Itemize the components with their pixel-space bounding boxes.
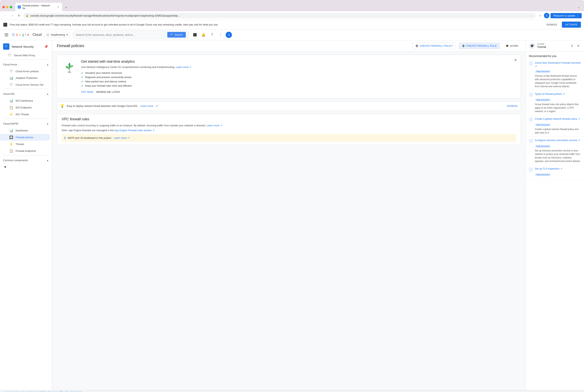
profile-button[interactable]: S — [544, 13, 549, 18]
tutorial-item-doc-icon-1: 📄 — [529, 62, 533, 66]
create-firewall-rule-button[interactable]: ➕ CREATE FIREWALL RULE — [459, 43, 500, 49]
user-avatar[interactable]: S — [226, 32, 232, 38]
tutorial-item-header-1: 📄 Cloud Next Generation Firewall overvie… — [529, 61, 581, 68]
tutorial-item-doc-icon-2: 📄 — [529, 93, 533, 96]
status-bar: console.cloud.google.com/net-security/fi… — [0, 390, 584, 392]
browser-tabs: G Firewall policies – Network Se... ✕ + — [15, 3, 575, 11]
minimize-window-button[interactable] — [6, 6, 8, 8]
relaunch-label: Relaunch to update — [553, 14, 575, 17]
cloud-ngfw-section-header[interactable]: Cloud NGFW ▲ — [3, 121, 49, 126]
info-card-description-text: Use Network Intelligence Center for comp… — [81, 66, 175, 68]
page-content: Firewall policies ➕ CREATE FIREWALL POLI… — [52, 40, 526, 390]
cloud-armor-policies-icon: 🛡 — [9, 70, 13, 73]
sidebar-item-ids-threats[interactable]: ⚡ IDS Threats — [0, 111, 50, 118]
ids-banner-dismiss-button[interactable]: DISMISS — [507, 104, 518, 108]
notifications-button[interactable]: 🔔 — [200, 31, 207, 38]
tutorial-item-link-1[interactable]: Cloud Next Generation Firewall overview … — [535, 61, 581, 68]
sidebar-label-firewall-policies: Firewall policies — [15, 136, 33, 139]
sidebar-item-cloud-armor-policies[interactable]: 🛡 Cloud Armor policies — [0, 68, 50, 74]
sidebar-item-secure-web-proxy[interactable]: 🛡 Secure Web Proxy — [0, 52, 50, 58]
tutorial-item-doc-icon-5: 📄 — [529, 168, 533, 171]
sidebar-label-adaptive-protection: Adaptive Protection — [15, 76, 37, 80]
project-selector[interactable]: ⬜ StayBooking ▾ — [44, 32, 70, 38]
search-input[interactable] — [76, 33, 166, 36]
tutorial-item-link-5[interactable]: Set up TLS inspection ↗ — [535, 167, 563, 170]
sidebar-item-firewall-endpoints[interactable]: 📋 Firewall endpoints — [0, 148, 50, 154]
divider-cloud-armor — [3, 59, 49, 60]
checklist: ✔ Visualize your network resources ✔ Dia… — [81, 72, 516, 88]
app-engine-firewall-link[interactable]: App Engine Firewall rules section ↗ — [114, 129, 154, 132]
common-components-section-header[interactable]: Common components ▲ — [3, 158, 49, 163]
cloud-shell-button[interactable]: ⬛ — [191, 31, 198, 38]
sidebar-item-firewall-policies[interactable]: 🔲 Firewall policies — [0, 134, 50, 141]
divider-cloud-ids — [3, 89, 49, 89]
ids-banner-bulb-icon: 💡 — [60, 104, 64, 108]
sidebar-item-ids-dashboard[interactable]: 📊 IDS Dashboard — [0, 97, 50, 104]
sidebar-item-dashboard[interactable]: 📊 Dashboard — [0, 127, 50, 134]
new-tab-button[interactable]: + — [63, 4, 70, 11]
create-rule-label: CREATE FIREWALL RULE — [466, 44, 497, 47]
vpc-learn-more-link[interactable]: Learn more ↗ — [207, 124, 222, 127]
tutorial-close-button[interactable]: ✕ — [576, 43, 581, 48]
sidebar-item-adaptive-protection[interactable]: 📊 Adaptive Protection — [0, 74, 50, 81]
close-window-button[interactable] — [2, 6, 5, 8]
smtp-learn-more-link[interactable]: Learn more ↗ — [114, 136, 129, 139]
refresh-button[interactable]: ↻ — [16, 13, 22, 18]
maximize-window-button[interactable] — [10, 6, 12, 8]
bookmark-icon[interactable]: ☆ — [537, 13, 543, 18]
tutorial-item-desc-4: Set up intrusion prevention service in y… — [535, 149, 581, 163]
hamburger-menu-button[interactable] — [3, 32, 10, 38]
tutorial-badge-3: Help document — [535, 124, 551, 126]
search-button[interactable]: 🔍 Search — [167, 32, 186, 38]
settings-button[interactable]: ⋮ — [217, 31, 224, 38]
sidebar-label-firewall-endpoints: Firewall endpoints — [15, 150, 36, 152]
checklist-item-1: ✔ Visualize your network resources — [81, 72, 516, 74]
tutorial-badge-1: Help document — [535, 70, 551, 73]
sidebar-label-ids-threats: IDS Threats — [15, 113, 29, 116]
tutorial-item-header-3: 📄 Create a global network firewall polic… — [529, 117, 581, 122]
sidebar-item-cloud-armor-service-tier[interactable]: 🛡 Cloud Armor Service Tier — [0, 81, 50, 88]
sidebar-item-threats[interactable]: ⚡ Threats — [0, 141, 50, 148]
check-icon-3: ✔ — [81, 80, 83, 83]
info-card-close-button[interactable]: ✕ — [513, 57, 519, 63]
back-button[interactable]: ← — [2, 13, 8, 18]
trial-dismiss-button[interactable]: DISMISS — [544, 22, 560, 27]
svg-rect-0 — [5, 34, 8, 34]
sidebar-item-collapse[interactable]: ◀ — [0, 164, 50, 170]
project-dropdown-icon: ▾ — [66, 33, 68, 36]
trial-icon: ⬛ — [3, 22, 7, 27]
relaunch-update-button[interactable]: Relaunch to update ⋮ — [551, 13, 582, 18]
tutorial-item-link-4[interactable]: Configure intrusion prevention service ↗ — [535, 138, 580, 142]
info-card-learn-more-link[interactable]: Learn more ↗ — [176, 66, 191, 68]
remind-me-later-button[interactable]: REMIND ME LATER — [96, 90, 120, 94]
trial-banner: ⬛ Free trial status: $300.00 credit and … — [0, 20, 584, 30]
tutorial-item-link-3[interactable]: Create a global network firewall policy … — [535, 117, 580, 121]
tab-close-button[interactable]: ✕ — [57, 6, 60, 8]
tutorial-title: Tutorial — [537, 45, 567, 48]
cloud-ids-section-header[interactable]: Cloud IDS ▲ — [3, 91, 49, 96]
common-components-section: Common components ▲ — [0, 156, 52, 164]
tutorial-item-desc-3: Create a global network firewall policy … — [535, 128, 581, 134]
help-button[interactable]: ? — [209, 31, 216, 38]
address-bar[interactable]: 🔒 console.cloud.google.com/net-security/… — [23, 13, 536, 18]
cloud-armor-section-header[interactable]: Cloud Armor ▲ — [3, 62, 49, 67]
forward-button[interactable]: → — [9, 13, 15, 18]
trial-activate-button[interactable]: ACTIVATE — [562, 22, 581, 28]
sidebar-label-secure-web-proxy: Secure Web Proxy — [14, 54, 35, 57]
create-firewall-policy-button[interactable]: ➕ CREATE FIREWALL POLICY — [412, 43, 456, 49]
tutorial-item-link-2[interactable]: Types of firewall policies ↗ — [535, 92, 565, 96]
active-tab[interactable]: G Firewall policies – Network Se... ✕ — [15, 3, 62, 11]
learn-button[interactable]: 🎓 LEARN — [503, 43, 521, 49]
tutorial-section-title: Recommended for you — [526, 52, 584, 59]
ids-banner-learn-more-link[interactable]: Learn more — [140, 104, 153, 108]
status-bar-url: console.cloud.google.com/net-security/fi… — [2, 391, 83, 392]
google-cloud-logo[interactable]: Google Cloud — [12, 33, 42, 37]
sidebar-pin-button[interactable]: 📌 — [43, 44, 49, 49]
header-actions: ⬛ 🔔 ? ⋮ S — [191, 31, 232, 38]
vpc-note: Note: App Engine firewalls are managed i… — [62, 129, 516, 132]
tutorial-info-button[interactable]: ℹ — [569, 43, 575, 48]
try-now-button[interactable]: TRY NOW — [81, 90, 93, 94]
sidebar-item-ids-endpoints[interactable]: 📋 IDS Endpoints — [0, 104, 50, 111]
sidebar-label-ids-dashboard: IDS Dashboard — [15, 99, 33, 102]
browser-menu-button[interactable]: ⌄ — [576, 4, 582, 10]
